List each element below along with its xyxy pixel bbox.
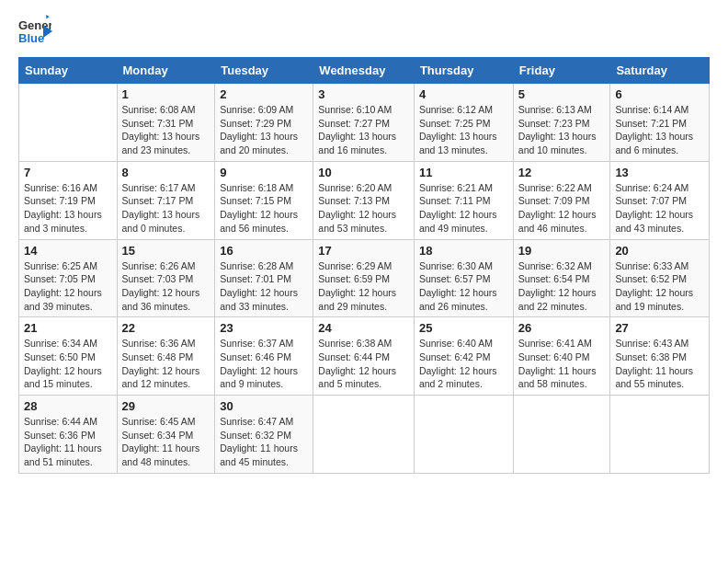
day-info: Sunrise: 6:37 AM Sunset: 6:46 PM Dayligh…: [220, 337, 308, 391]
day-number: 17: [318, 244, 409, 258]
day-cell: 20Sunrise: 6:33 AM Sunset: 6:52 PM Dayli…: [610, 239, 710, 317]
day-cell: 13Sunrise: 6:24 AM Sunset: 7:07 PM Dayli…: [610, 161, 710, 239]
day-number: 28: [24, 399, 112, 413]
day-number: 23: [220, 321, 308, 335]
header-cell-wednesday: Wednesday: [313, 58, 415, 84]
day-info: Sunrise: 6:16 AM Sunset: 7:19 PM Dayligh…: [24, 181, 112, 236]
day-cell: 30Sunrise: 6:47 AM Sunset: 6:32 PM Dayli…: [215, 396, 313, 474]
header: General Blue: [18, 15, 710, 48]
day-number: 24: [318, 321, 409, 335]
day-info: Sunrise: 6:41 AM Sunset: 6:40 PM Dayligh…: [518, 337, 606, 391]
day-cell: 1Sunrise: 6:08 AM Sunset: 7:31 PM Daylig…: [117, 84, 215, 162]
day-info: Sunrise: 6:21 AM Sunset: 7:11 PM Dayligh…: [419, 181, 508, 236]
day-cell: 11Sunrise: 6:21 AM Sunset: 7:11 PM Dayli…: [414, 161, 513, 239]
day-cell: 23Sunrise: 6:37 AM Sunset: 6:46 PM Dayli…: [215, 317, 313, 396]
day-info: Sunrise: 6:26 AM Sunset: 7:03 PM Dayligh…: [122, 259, 210, 314]
week-row-1: 1Sunrise: 6:08 AM Sunset: 7:31 PM Daylig…: [19, 84, 710, 162]
header-cell-tuesday: Tuesday: [215, 58, 313, 84]
day-number: 6: [615, 87, 704, 101]
day-cell: 29Sunrise: 6:45 AM Sunset: 6:34 PM Dayli…: [117, 396, 215, 474]
week-row-3: 14Sunrise: 6:25 AM Sunset: 7:05 PM Dayli…: [19, 239, 710, 317]
day-info: Sunrise: 6:32 AM Sunset: 6:54 PM Dayligh…: [518, 259, 606, 314]
day-number: 20: [615, 244, 704, 258]
day-number: 13: [615, 166, 704, 179]
day-number: 4: [419, 87, 508, 101]
day-cell: 21Sunrise: 6:34 AM Sunset: 6:50 PM Dayli…: [19, 317, 118, 396]
day-number: 11: [419, 166, 508, 179]
page-container: General Blue: [0, 0, 728, 483]
calendar-table: SundayMondayTuesdayWednesdayThursdayFrid…: [18, 57, 710, 474]
day-info: Sunrise: 6:08 AM Sunset: 7:31 PM Dayligh…: [122, 103, 210, 157]
day-number: 16: [220, 244, 308, 258]
day-number: 5: [518, 87, 606, 101]
day-cell: 22Sunrise: 6:36 AM Sunset: 6:48 PM Dayli…: [117, 317, 215, 396]
header-row: SundayMondayTuesdayWednesdayThursdayFrid…: [19, 58, 710, 84]
day-info: Sunrise: 6:09 AM Sunset: 7:29 PM Dayligh…: [220, 103, 308, 157]
day-info: Sunrise: 6:36 AM Sunset: 6:48 PM Dayligh…: [122, 337, 210, 391]
day-info: Sunrise: 6:24 AM Sunset: 7:07 PM Dayligh…: [615, 181, 704, 236]
week-row-2: 7Sunrise: 6:16 AM Sunset: 7:19 PM Daylig…: [19, 161, 710, 239]
day-info: Sunrise: 6:18 AM Sunset: 7:15 PM Dayligh…: [220, 181, 308, 236]
day-number: 25: [419, 321, 508, 335]
day-info: Sunrise: 6:30 AM Sunset: 6:57 PM Dayligh…: [419, 259, 508, 314]
day-info: Sunrise: 6:47 AM Sunset: 6:32 PM Dayligh…: [220, 415, 308, 469]
day-number: 9: [220, 166, 308, 179]
day-cell: 15Sunrise: 6:26 AM Sunset: 7:03 PM Dayli…: [117, 239, 215, 317]
day-cell: 7Sunrise: 6:16 AM Sunset: 7:19 PM Daylig…: [19, 161, 118, 239]
day-info: Sunrise: 6:28 AM Sunset: 7:01 PM Dayligh…: [220, 259, 308, 314]
day-info: Sunrise: 6:38 AM Sunset: 6:44 PM Dayligh…: [318, 337, 409, 391]
day-info: Sunrise: 6:33 AM Sunset: 6:52 PM Dayligh…: [615, 259, 704, 314]
day-cell: [610, 396, 710, 474]
day-number: 29: [122, 399, 210, 413]
day-cell: 19Sunrise: 6:32 AM Sunset: 6:54 PM Dayli…: [513, 239, 610, 317]
day-info: Sunrise: 6:10 AM Sunset: 7:27 PM Dayligh…: [318, 103, 409, 157]
day-cell: 12Sunrise: 6:22 AM Sunset: 7:09 PM Dayli…: [513, 161, 610, 239]
day-info: Sunrise: 6:43 AM Sunset: 6:38 PM Dayligh…: [615, 337, 704, 391]
day-cell: 18Sunrise: 6:30 AM Sunset: 6:57 PM Dayli…: [414, 239, 513, 317]
day-info: Sunrise: 6:34 AM Sunset: 6:50 PM Dayligh…: [24, 337, 112, 391]
day-number: 7: [24, 166, 112, 179]
day-cell: 14Sunrise: 6:25 AM Sunset: 7:05 PM Dayli…: [19, 239, 118, 317]
day-cell: 5Sunrise: 6:13 AM Sunset: 7:23 PM Daylig…: [513, 84, 610, 162]
day-info: Sunrise: 6:12 AM Sunset: 7:25 PM Dayligh…: [419, 103, 508, 157]
day-number: 26: [518, 321, 606, 335]
header-cell-friday: Friday: [513, 58, 610, 84]
day-number: 21: [24, 321, 112, 335]
day-cell: 2Sunrise: 6:09 AM Sunset: 7:29 PM Daylig…: [215, 84, 313, 162]
day-cell: 28Sunrise: 6:44 AM Sunset: 6:36 PM Dayli…: [19, 396, 118, 474]
day-cell: 9Sunrise: 6:18 AM Sunset: 7:15 PM Daylig…: [215, 161, 313, 239]
day-info: Sunrise: 6:20 AM Sunset: 7:13 PM Dayligh…: [318, 181, 409, 236]
calendar-header: SundayMondayTuesdayWednesdayThursdayFrid…: [19, 58, 710, 84]
logo-arrow-icon: [38, 23, 54, 40]
day-info: Sunrise: 6:13 AM Sunset: 7:23 PM Dayligh…: [518, 103, 606, 157]
day-cell: [513, 396, 610, 474]
day-cell: 17Sunrise: 6:29 AM Sunset: 6:59 PM Dayli…: [313, 239, 415, 317]
header-cell-monday: Monday: [117, 58, 215, 84]
day-number: 2: [220, 87, 308, 101]
svg-marker-3: [43, 25, 52, 38]
day-number: 3: [318, 87, 409, 101]
week-row-5: 28Sunrise: 6:44 AM Sunset: 6:36 PM Dayli…: [19, 396, 710, 474]
day-cell: [414, 396, 513, 474]
header-cell-saturday: Saturday: [610, 58, 710, 84]
day-info: Sunrise: 6:17 AM Sunset: 7:17 PM Dayligh…: [122, 181, 210, 236]
week-row-4: 21Sunrise: 6:34 AM Sunset: 6:50 PM Dayli…: [19, 317, 710, 396]
day-number: 14: [24, 244, 112, 258]
calendar-body: 1Sunrise: 6:08 AM Sunset: 7:31 PM Daylig…: [19, 84, 710, 474]
day-number: 1: [122, 87, 210, 101]
day-info: Sunrise: 6:22 AM Sunset: 7:09 PM Dayligh…: [518, 181, 606, 236]
day-info: Sunrise: 6:29 AM Sunset: 6:59 PM Dayligh…: [318, 259, 409, 314]
day-cell: [313, 396, 415, 474]
day-number: 27: [615, 321, 704, 335]
day-cell: 24Sunrise: 6:38 AM Sunset: 6:44 PM Dayli…: [313, 317, 415, 396]
day-number: 15: [122, 244, 210, 258]
day-cell: 27Sunrise: 6:43 AM Sunset: 6:38 PM Dayli…: [610, 317, 710, 396]
day-cell: [19, 84, 118, 162]
day-cell: 16Sunrise: 6:28 AM Sunset: 7:01 PM Dayli…: [215, 239, 313, 317]
day-info: Sunrise: 6:40 AM Sunset: 6:42 PM Dayligh…: [419, 337, 508, 391]
day-number: 18: [419, 244, 508, 258]
day-cell: 10Sunrise: 6:20 AM Sunset: 7:13 PM Dayli…: [313, 161, 415, 239]
header-cell-sunday: Sunday: [19, 58, 118, 84]
day-number: 30: [220, 399, 308, 413]
header-cell-thursday: Thursday: [414, 58, 513, 84]
